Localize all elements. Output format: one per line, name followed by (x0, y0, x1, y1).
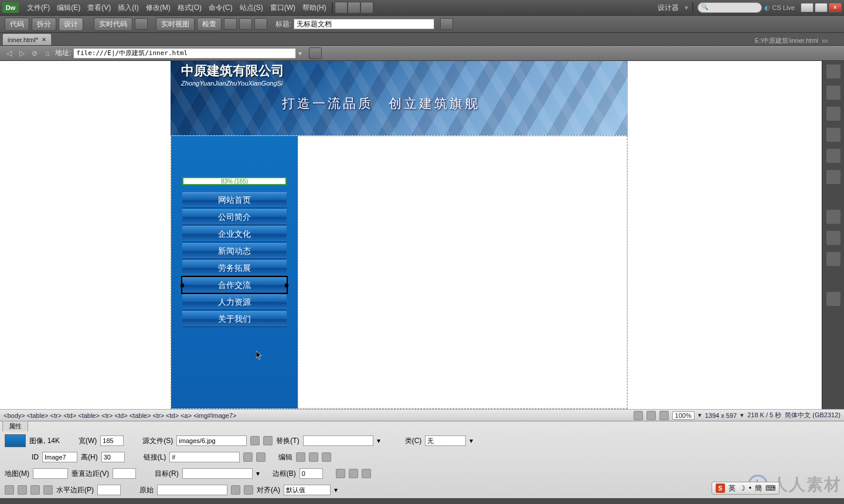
menu-window[interactable]: 窗口(W) (267, 3, 299, 13)
width-input[interactable] (100, 435, 124, 446)
hspace-input[interactable] (97, 485, 121, 495)
target-select[interactable] (182, 468, 253, 479)
tag-path[interactable]: <body> <table> <tr> <td> <table> <tr> <t… (4, 412, 237, 419)
address-input[interactable] (73, 48, 296, 59)
src-point-icon[interactable] (263, 436, 273, 445)
content-cell[interactable] (298, 136, 627, 408)
nav-contact[interactable]: 关于我们 (182, 311, 287, 327)
nav-cooperation[interactable]: 合作交流 (182, 277, 287, 293)
menu-modify[interactable]: 修改(M) (142, 3, 174, 13)
tag-panel-icon[interactable] (826, 252, 840, 266)
livecode-button[interactable]: 实时代码 (94, 18, 132, 31)
inspect-button[interactable]: 检查 (197, 18, 222, 31)
ime-dot-icon[interactable]: • (749, 484, 751, 492)
code-view-button[interactable]: 代码 (5, 18, 29, 31)
brightness-icon[interactable] (349, 469, 358, 478)
edit-settings-icon[interactable] (309, 452, 318, 462)
nav-home[interactable]: 网站首页 (182, 192, 287, 208)
options-icon[interactable] (254, 18, 267, 30)
menu-commands[interactable]: 命令(C) (205, 3, 236, 13)
file-management-icon[interactable] (440, 18, 453, 30)
maximize-button[interactable]: ▭ (815, 3, 828, 12)
border-input[interactable] (300, 468, 323, 479)
ime-lang[interactable]: 英 (729, 483, 736, 493)
link-point-icon[interactable] (256, 452, 266, 462)
ap-panel-icon[interactable] (826, 107, 840, 121)
refresh-icon[interactable] (239, 18, 252, 30)
nav-culture[interactable]: 企业文化 (182, 226, 287, 242)
id-input[interactable] (42, 452, 77, 462)
src-input[interactable] (176, 435, 247, 446)
vspace-input[interactable] (113, 468, 136, 479)
menu-view[interactable]: 查看(V) (84, 3, 114, 13)
history-panel-icon[interactable] (826, 231, 840, 245)
layout-icon[interactable] (335, 2, 348, 13)
restore-icon[interactable]: ▭ (822, 37, 828, 45)
orig-input[interactable] (157, 485, 227, 495)
ime-mode[interactable]: 簡 (755, 483, 762, 493)
frames-panel-icon[interactable] (826, 210, 840, 224)
close-button[interactable]: ✕ (829, 3, 842, 12)
class-select[interactable] (425, 435, 466, 446)
insert-panel-icon[interactable] (826, 64, 840, 79)
menu-format[interactable]: 格式(O) (174, 3, 205, 13)
design-view-button[interactable]: 设计 (59, 18, 83, 31)
livecode-options-icon[interactable] (135, 18, 148, 30)
document-tab[interactable]: inner.html* ✕ (2, 33, 52, 45)
behaviors-panel-icon[interactable] (826, 292, 840, 306)
oval-hotspot-icon[interactable] (30, 485, 40, 495)
back-icon[interactable]: ◁ (4, 48, 14, 59)
minimize-button[interactable]: — (801, 3, 814, 12)
ime-toolbar[interactable]: S 英 ☽ • 簡 ⌨ (712, 482, 780, 495)
cslive-button[interactable]: ◐CS Live (764, 4, 795, 12)
edit-crop-icon[interactable] (322, 452, 331, 462)
map-input[interactable] (33, 468, 68, 479)
contrast-icon[interactable] (362, 469, 371, 478)
pointer-hotspot-icon[interactable] (5, 485, 14, 495)
nav-news[interactable]: 新闻动态 (182, 243, 287, 259)
properties-tab[interactable]: 属性 (2, 421, 28, 431)
src-browse-icon[interactable] (250, 436, 260, 445)
align-select[interactable] (284, 485, 331, 495)
zoom-level[interactable]: 100% (672, 411, 695, 420)
liveview-button[interactable]: 实时视图 (156, 18, 195, 31)
menu-file[interactable]: 文件(F) (23, 3, 53, 13)
forward-icon[interactable]: ▷ (16, 48, 27, 59)
page-title-input[interactable] (294, 19, 434, 29)
design-canvas[interactable]: 中原建筑有限公司 ZhongYuanJianZhuYouXianGongSi 打… (0, 61, 822, 409)
menu-edit[interactable]: 编辑(E) (53, 3, 84, 13)
ime-keyboard-icon[interactable]: ⌨ (765, 484, 775, 492)
nav-labor[interactable]: 劳务拓展 (182, 260, 287, 276)
more-icon[interactable] (360, 2, 373, 13)
css-panel-icon[interactable] (826, 86, 840, 100)
bc-panel-icon[interactable] (826, 128, 840, 142)
orig-point-icon[interactable] (244, 485, 253, 495)
home-icon[interactable]: ⌂ (42, 48, 53, 59)
split-view-button[interactable]: 拆分 (32, 18, 56, 31)
menu-help[interactable]: 帮助(H) (299, 3, 330, 13)
assets-panel-icon[interactable] (826, 170, 840, 184)
tab-close-icon[interactable]: ✕ (42, 36, 46, 43)
edit-ps-icon[interactable] (296, 452, 305, 462)
poly-hotspot-icon[interactable] (43, 485, 53, 495)
link-input[interactable] (169, 452, 240, 462)
menu-site[interactable]: 站点(S) (236, 3, 267, 13)
link-browse-icon[interactable] (243, 452, 253, 462)
address-go-icon[interactable] (309, 47, 322, 59)
workspace-switcher[interactable]: 设计器 (654, 3, 682, 13)
rect-hotspot-icon[interactable] (18, 485, 27, 495)
nav-about[interactable]: 公司简介 (182, 209, 287, 225)
ime-moon-icon[interactable]: ☽ (739, 484, 746, 492)
height-input[interactable] (101, 452, 125, 462)
alt-input[interactable] (303, 435, 373, 446)
stop-icon[interactable]: ⊘ (29, 48, 40, 59)
browser-preview-icon[interactable] (224, 18, 237, 30)
files-panel-icon[interactable] (826, 149, 840, 163)
menu-insert[interactable]: 插入(I) (114, 3, 142, 13)
select-tool-icon[interactable] (634, 411, 643, 420)
extend-icon[interactable] (348, 2, 360, 13)
hand-tool-icon[interactable] (646, 411, 656, 420)
nav-hr[interactable]: 人力资源 (182, 294, 287, 310)
orig-browse-icon[interactable] (231, 485, 240, 495)
sharpen-icon[interactable] (336, 469, 345, 478)
